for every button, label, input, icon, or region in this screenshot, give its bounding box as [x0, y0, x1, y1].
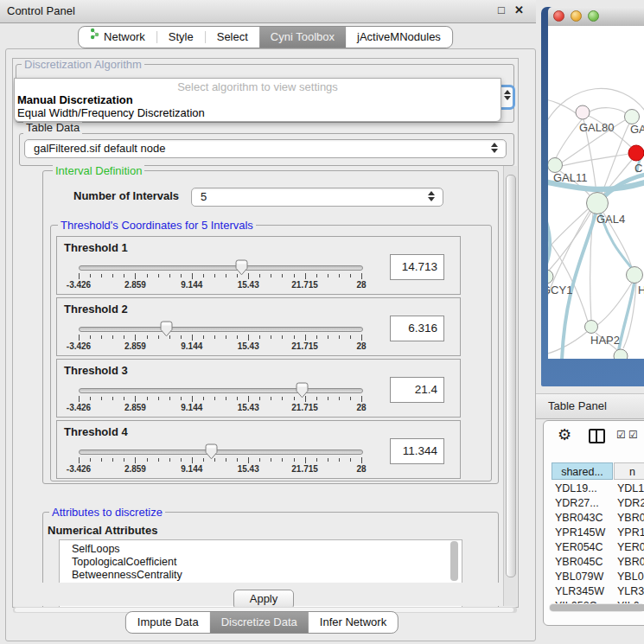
gear-icon[interactable]: ⚙ [558, 425, 571, 444]
menu-item-equal-width-frequency[interactable]: Equal Width/Frequency Discretization [15, 106, 501, 119]
checkbox-icon[interactable]: ☑ [616, 429, 626, 441]
cell-name: YLR3 [617, 584, 644, 599]
slider-tick [248, 457, 249, 463]
network-node-partial[interactable] [614, 349, 628, 359]
table-panel: ⚙ ☑ ☑ shared...nYDL19...YDL1YDR27...YDR2… [543, 420, 644, 626]
number-of-intervals-combo[interactable]: 5 [191, 188, 443, 207]
table-row[interactable]: YBR045CYBR0 [552, 555, 644, 570]
attributes-list-scrollbar[interactable] [450, 541, 458, 581]
threshold-slider-track[interactable] [79, 327, 363, 332]
cell-name: YER0 [617, 540, 644, 555]
threshold-slider-handle[interactable] [205, 443, 218, 460]
threshold-panel-3: Threshold 3-3.4262.8599.14415.4321.71528… [56, 359, 461, 418]
list-item-selfloops[interactable]: SelfLoops [60, 540, 462, 556]
column-header-shared-name[interactable]: shared... [552, 462, 613, 480]
split-column-icon[interactable] [589, 429, 605, 443]
list-item-betweennesscentrality[interactable]: BetweennessCentrality [60, 569, 462, 582]
slider-tick-label: 9.144 [173, 464, 211, 474]
scrollbar-thumb[interactable] [550, 604, 644, 611]
slider-tick-label: 15.43 [229, 280, 267, 290]
content-vertical-scrollbar[interactable] [503, 166, 517, 606]
slider-tick-label: -3.426 [60, 341, 98, 351]
slider-tick-label: 28 [342, 280, 380, 290]
threshold-slider-handle[interactable] [235, 259, 248, 276]
slider-tick-label: 2.859 [116, 403, 154, 412]
threshold-slider-track[interactable] [79, 265, 363, 271]
close-icon[interactable]: ✕ [514, 3, 524, 16]
slider-tick [237, 458, 238, 462]
table-data-combo-value: galFiltered.sif default node [34, 142, 165, 155]
tab-network[interactable]: Network [79, 27, 156, 48]
slider-tick [259, 397, 260, 400]
network-node-gal11[interactable] [548, 158, 563, 173]
slider-tick [237, 397, 238, 400]
tab-jactivemnodules[interactable]: jActiveMNodules [346, 27, 452, 48]
slider-tick [226, 274, 226, 277]
table-data-combo[interactable]: galFiltered.sif default node [24, 139, 507, 158]
cell-name: YDR2 [617, 496, 644, 511]
checkbox-icon[interactable]: ☑ [628, 429, 638, 441]
threshold-value-field[interactable]: 11.344 [390, 438, 444, 464]
cell-name: YBR0 [617, 555, 644, 570]
network-node-label: GCY1 [548, 284, 572, 296]
float-window-icon[interactable]: □ [498, 3, 505, 16]
slider-tick [316, 274, 317, 277]
table-row[interactable]: YDL19...YDL1 [552, 481, 644, 496]
threshold-value-field[interactable]: 14.713 [390, 254, 444, 280]
table-row[interactable]: YER054CYER0 [552, 540, 644, 555]
scrollbar-thumb[interactable] [506, 175, 516, 577]
tab-style[interactable]: Style [157, 27, 205, 48]
table-row[interactable]: YDR27...YDR2 [552, 496, 644, 511]
attributes-group-title: Attributes to discretize [49, 506, 165, 519]
network-node-h[interactable] [627, 267, 643, 284]
tab-impute-data[interactable]: Impute Data [126, 612, 210, 633]
threshold-slider-track[interactable] [79, 388, 363, 393]
spinner-up-icon [504, 90, 511, 94]
menu-item-manual-discretization[interactable]: Manual Discretization [15, 93, 501, 106]
table-row[interactable]: YBL079WYBL0 [552, 570, 644, 584]
network-window-titlebar[interactable] [548, 7, 644, 27]
slider-tick [316, 397, 317, 400]
slider-tick [192, 457, 193, 463]
network-node-label: GAL80 [579, 121, 614, 134]
slider-tick-label: 9.144 [173, 280, 211, 290]
slider-tick [203, 274, 204, 277]
algorithm-group-title: Discretization Algorithm [22, 58, 144, 71]
network-canvas[interactable]: GAL80GACGAL11GAL4GCY1HHAP2 [548, 26, 644, 359]
minimize-traffic-light-icon[interactable] [571, 10, 582, 22]
tab-discretize-data[interactable]: Discretize Data [210, 612, 309, 633]
column-header-name[interactable]: n [614, 462, 644, 480]
close-traffic-light-icon[interactable] [553, 10, 564, 22]
list-item-topologicalcoefficient[interactable]: TopologicalCoefficient [60, 556, 462, 569]
network-node-gal4[interactable] [587, 193, 609, 214]
apply-button[interactable]: Apply [233, 590, 294, 608]
slider-tick [169, 397, 170, 400]
table-row[interactable]: YPR145WYPR1 [552, 526, 644, 540]
threshold-slider-track[interactable] [79, 450, 363, 455]
slider-tick [79, 273, 80, 279]
threshold-slider-handle[interactable] [160, 321, 173, 337]
spinner-down-icon [504, 96, 511, 100]
network-node-ga[interactable] [625, 110, 640, 124]
network-node-c[interactable] [628, 145, 644, 161]
table-horizontal-scrollbar[interactable] [549, 603, 644, 612]
tab-select[interactable]: Select [206, 27, 259, 48]
network-node-label: GAL11 [553, 171, 588, 184]
network-node-gcy1[interactable] [548, 270, 553, 284]
node-attribute-table: shared...nYDL19...YDL1YDR27...YDR2YBR043… [552, 462, 644, 605]
network-graph[interactable]: GAL80GACGAL11GAL4GCY1HHAP2 [548, 26, 644, 359]
threshold-panel-2: Threshold 2-3.4262.8599.14415.4321.71528… [56, 297, 461, 356]
zoom-traffic-light-icon[interactable] [588, 10, 599, 22]
table-row[interactable]: YBR043CYBR0 [552, 511, 644, 526]
tab-cyni-toolbox[interactable]: Cyni Toolbox [259, 27, 346, 48]
table-row[interactable]: YLR345WYLR3 [552, 584, 644, 599]
network-node-gal80[interactable] [576, 105, 590, 119]
tab-infer-network[interactable]: Infer Network [309, 612, 398, 633]
slider-tick [192, 335, 193, 341]
network-view-window[interactable]: GAL80GACGAL11GAL4GCY1HHAP2 [541, 7, 644, 386]
cell-shared-name: YLR345W [555, 584, 604, 599]
network-node-hap2[interactable] [585, 321, 598, 334]
threshold-value-field[interactable]: 6.316 [390, 316, 444, 341]
threshold-value-field[interactable]: 21.4 [390, 377, 444, 403]
threshold-slider-handle[interactable] [296, 382, 309, 399]
